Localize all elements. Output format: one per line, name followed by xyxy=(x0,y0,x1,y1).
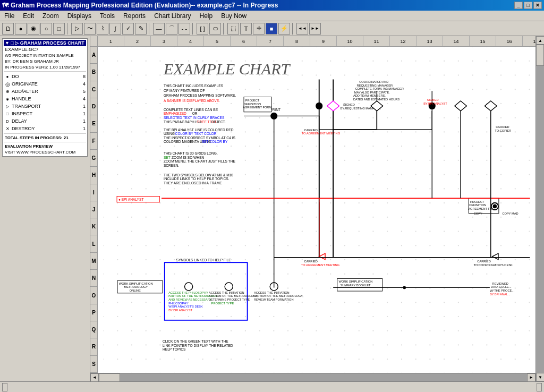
svg-text:SELECTED TEXT IN CURLY BRACES: SELECTED TEXT IN CURLY BRACES xyxy=(164,116,225,120)
svg-text:THIS CHART IS 30 GRIDS LONG.: THIS CHART IS 30 GRIDS LONG. xyxy=(164,151,218,155)
chart-section: 1 2 3 4 5 6 7 8 9 10 11 12 13 14 15 16 1… xyxy=(90,36,536,381)
titlebar-controls[interactable]: _ □ ✕ xyxy=(514,2,542,9)
row-e: E xyxy=(90,115,97,132)
toolbar-scroll-left[interactable]: ◄◄ xyxy=(296,23,308,35)
svg-text:DATA COLLE...: DATA COLLE... xyxy=(491,285,512,288)
toolbar-lightning[interactable]: ⚡ xyxy=(278,23,290,35)
svg-text:PORTION OF THE METHODOLOGY,: PORTION OF THE METHODOLOGY, xyxy=(208,294,258,297)
toolbar-scroll-right[interactable]: ►► xyxy=(309,23,321,35)
svg-text:PROJECT: PROJECT xyxy=(470,200,484,203)
scroll-down-button[interactable]: ▼ xyxy=(536,373,544,381)
toolbar-square[interactable]: □ xyxy=(53,23,65,35)
svg-text:PHILOSOPHY: PHILOSOPHY xyxy=(168,302,188,305)
svg-text:W/ THE PROCE...: W/ THE PROCE... xyxy=(490,289,515,292)
chart-canvas[interactable]: EXAMPLE CHART THIS CHART INCLUDES EXAMPL… xyxy=(98,47,536,373)
toolbar-check[interactable]: ✓ xyxy=(122,23,134,35)
legend-author: BY: DR BEN S GRAHAM JR xyxy=(4,58,86,64)
col-12: 12 xyxy=(390,36,416,46)
col-16: 16 xyxy=(496,36,523,46)
toolbar-circle-md[interactable]: ◉ xyxy=(28,23,39,35)
col-9: 9 xyxy=(310,36,337,46)
svg-text:SUMMARY BOOKLET: SUMMARY BOOKLET xyxy=(340,284,371,287)
col-10: 10 xyxy=(337,36,363,46)
col-11: 11 xyxy=(363,36,390,46)
scroll-track[interactable] xyxy=(99,373,527,382)
toolbar-oval[interactable]: ⬭ xyxy=(209,23,221,35)
col-6: 6 xyxy=(231,36,257,46)
toolbar-new[interactable]: 🗋 xyxy=(2,23,14,35)
status-bar xyxy=(0,381,544,392)
horizontal-scrollbar[interactable]: ◄ ► xyxy=(90,373,536,381)
title-bar: 🗺 Graham Process Mapping Professional Ed… xyxy=(0,0,544,11)
menu-chart-library[interactable]: Chart Library xyxy=(150,11,195,21)
toolbar-zigzag[interactable]: ⌇ xyxy=(97,23,108,35)
svg-text:COPY MAD: COPY MAD xyxy=(503,212,518,215)
toolbar-pencil[interactable]: ✎ xyxy=(135,23,147,35)
svg-text:ZOOM MENU, THE CHART JUST FILL: ZOOM MENU, THE CHART JUST FILLS THE xyxy=(164,159,235,163)
legend-inspect: □INSPECT1 xyxy=(4,110,86,117)
svg-text:THEY ARE ENCLOSED IN A FRAME: THEY ARE ENCLOSED IN A FRAME xyxy=(164,181,222,185)
svg-text:REVIEW TEAM FORMATION: REVIEW TEAM FORMATION xyxy=(254,298,294,301)
menu-buy-now[interactable]: Buy Now xyxy=(217,11,251,21)
toolbar-sep5 xyxy=(292,23,294,35)
toolbar-select-rect[interactable]: ⬚ xyxy=(227,23,239,35)
toolbar-wave[interactable]: 〜 xyxy=(84,23,96,35)
svg-text:SIGNED: SIGNED xyxy=(343,103,355,106)
toolbar-bracket[interactable]: [ ] xyxy=(197,23,208,35)
toolbar-arc[interactable]: ⌒ xyxy=(166,23,177,35)
toolbar-arrow-right[interactable]: ▷ xyxy=(71,23,83,35)
row-r: R xyxy=(90,338,97,355)
svg-text:· METHODOLOGY ·: · METHODOLOGY · xyxy=(122,285,149,288)
toolbar-dash[interactable]: - - xyxy=(178,23,190,35)
row-f: F xyxy=(90,133,97,150)
legend-filename: EXAMPLE.GC7 xyxy=(4,46,86,53)
svg-text:ADD TEAM MEMBERS,: ADD TEAM MEMBERS, xyxy=(353,94,386,97)
scroll-right-button[interactable]: ► xyxy=(527,373,536,382)
toolbar-crosshair[interactable]: ✛ xyxy=(253,23,265,35)
scroll-thumb[interactable] xyxy=(99,373,120,382)
menu-reports[interactable]: Reports xyxy=(119,11,150,21)
col-5: 5 xyxy=(204,36,231,46)
svg-text:CARRIED: CARRIED xyxy=(304,260,317,263)
vscroll-track[interactable] xyxy=(536,45,544,373)
svg-point-106 xyxy=(493,204,497,209)
menu-displays[interactable]: Displays xyxy=(63,11,96,21)
toolbar-circle-sm[interactable]: ● xyxy=(15,23,27,35)
toolbar: 🗋 ● ◉ ○ □ ▷ 〜 ⌇ ∫ ✓ ✎ — ⌒ - - [ ] ⬭ ⬚ T … xyxy=(0,21,544,36)
toolbar-text-box[interactable]: T xyxy=(240,23,252,35)
svg-text:TO:AGREEMENT MEETING: TO:AGREEMENT MEETING xyxy=(302,132,340,135)
close-button[interactable]: ✕ xyxy=(533,2,542,9)
vertical-scrollbar[interactable]: ▲ ▼ xyxy=(536,36,544,381)
menu-tools[interactable]: Tools xyxy=(96,11,119,21)
svg-text:USING: USING xyxy=(164,132,175,135)
row-s: S xyxy=(90,356,97,373)
minimize-button[interactable]: _ xyxy=(514,2,523,9)
svg-text:COORDINATOR AND: COORDINATOR AND xyxy=(359,80,388,83)
svg-text:SIGNED: SIGNED xyxy=(427,98,439,101)
svg-text:INCLUDE LINKS TO HELP FILE TOP: INCLUDE LINKS TO HELP FILE TOPICS. xyxy=(164,177,230,181)
svg-text:PROJECT: PROJECT xyxy=(245,99,260,102)
menu-edit[interactable]: Edit xyxy=(19,11,38,21)
col-3: 3 xyxy=(151,36,177,46)
row-a: A xyxy=(90,47,97,64)
svg-text:CARRIED: CARRIED xyxy=(304,129,317,132)
svg-text:CARRIED: CARRIED xyxy=(496,125,509,129)
col-17: 17 xyxy=(523,36,536,46)
menu-zoom[interactable]: Zoom xyxy=(38,11,63,21)
vscroll-thumb[interactable] xyxy=(536,45,544,66)
menu-file[interactable]: File xyxy=(0,11,19,21)
svg-text:BY:BPI ANALYST: BY:BPI ANALYST xyxy=(168,309,192,312)
toolbar-line[interactable]: — xyxy=(153,23,165,35)
svg-text:THE TWO SYMBOLS BELOW AT M8 & : THE TWO SYMBOLS BELOW AT M8 & M18 xyxy=(164,173,233,177)
svg-text:THE BPI ANALYST LINE IS COLORE: THE BPI ANALYST LINE IS COLORED RED xyxy=(164,128,234,132)
svg-text:COPY: COPY xyxy=(474,212,482,215)
menu-help[interactable]: Help xyxy=(195,11,217,21)
toolbar-curve[interactable]: ∫ xyxy=(109,23,121,35)
maximize-button[interactable]: □ xyxy=(524,2,532,9)
scroll-up-button[interactable]: ▲ xyxy=(536,36,544,45)
svg-text:THIS CHART INCLUDES EXAMPLES: THIS CHART INCLUDES EXAMPLES xyxy=(164,84,224,88)
toolbar-circle-lg[interactable]: ○ xyxy=(40,23,52,35)
scroll-left-button[interactable]: ◄ xyxy=(90,373,99,382)
chart-svg: EXAMPLE CHART THIS CHART INCLUDES EXAMPL… xyxy=(98,47,536,373)
toolbar-color[interactable]: ■ xyxy=(266,23,277,35)
